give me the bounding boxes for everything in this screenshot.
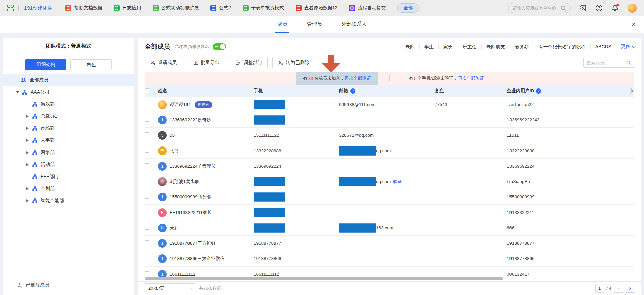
nav-app-tab[interactable]: 帮助文档数据 <box>65 5 102 11</box>
caret-icon[interactable] <box>26 199 32 202</box>
reverify-all-link[interactable]: 再次全部验证 <box>458 75 484 81</box>
uninvited-count: 33 <box>307 76 314 81</box>
sidebar-tree-item[interactable]: 智能产能部 <box>3 195 134 207</box>
nav-search-box[interactable] <box>508 3 571 13</box>
member-name: 茉莉 <box>170 225 179 231</box>
row-checkbox[interactable] <box>145 210 149 214</box>
page-size-select[interactable]: 20 条/页 <box>145 283 195 293</box>
row-checkbox[interactable] <box>145 179 149 183</box>
row-checkbox[interactable] <box>145 225 149 230</box>
redacted-phone <box>254 223 285 233</box>
sidebar-item-all-members[interactable]: 全部成员 <box>3 74 134 86</box>
help-icon[interactable] <box>595 4 603 12</box>
nav-app-tab[interactable]: 流程自动提交 <box>349 5 386 11</box>
role-tag[interactable]: 学生 <box>419 44 438 49</box>
member-search-input[interactable] <box>587 60 624 65</box>
nav-search-input[interactable] <box>513 6 558 11</box>
reinvite-all-link[interactable]: 再次全部邀请 <box>344 75 371 81</box>
row-checkbox[interactable] <box>145 256 149 260</box>
action-button[interactable]: 转为已删除 <box>272 57 315 68</box>
creator-badge: 创建者 <box>195 101 212 108</box>
notice-bar: 有 33 名成员未加入， 再次全部邀请 有 5 个手机/邮箱未验证， 再次全部验… <box>145 72 634 85</box>
uid-cell: 13322228888 <box>507 148 622 153</box>
row-checkbox[interactable] <box>145 102 149 106</box>
uid-cell: 1336969222243 <box>507 117 622 122</box>
sidebar-tree-item[interactable]: 企划部 <box>3 183 134 195</box>
role-tag[interactable]: 老师 <box>400 44 419 49</box>
current-page-box[interactable]: 1 <box>595 284 604 293</box>
close-icon[interactable]: × <box>632 20 636 28</box>
col-uid: 企业内用户ID? <box>507 88 622 94</box>
caret-icon[interactable] <box>26 163 32 166</box>
roles-button[interactable]: 角色 <box>70 59 112 70</box>
org-structure-button[interactable]: 组织架构 <box>25 59 66 70</box>
phone-cell: 13369692224 <box>254 164 339 169</box>
help-icon[interactable]: ? <box>350 88 355 94</box>
role-tag[interactable]: ABCDS <box>590 44 616 49</box>
row-checkbox[interactable] <box>145 271 149 276</box>
phone-cell: 19188778866 <box>254 256 339 261</box>
page-tab[interactable]: 外部联系人 <box>341 16 367 33</box>
user-avatar[interactable] <box>628 4 637 13</box>
workspace-name[interactable]: 191创建团队 <box>24 5 53 11</box>
page-tab[interactable]: 管理员 <box>307 16 322 33</box>
sidebar-tree-item[interactable]: 网络部 <box>3 146 134 159</box>
next-page-button[interactable]: › <box>626 284 634 293</box>
page-tab[interactable]: 成员 <box>277 16 287 33</box>
avatar: 1 <box>158 116 167 124</box>
row-checkbox[interactable] <box>145 240 149 245</box>
help-icon[interactable]: ? <box>536 88 541 94</box>
action-button[interactable]: 调整部门 <box>230 57 268 68</box>
members-header: 全部成员 允许成员修改姓名 开 老师学生家长班主任老师朋友教务处有一个很长名字的… <box>145 38 634 53</box>
role-tag[interactable]: 家长 <box>438 44 458 49</box>
role-tag[interactable]: 老师朋友 <box>481 44 510 49</box>
prev-page-button[interactable]: ‹ <box>614 284 623 293</box>
nav-app-tab[interactable]: 公式2 <box>210 5 231 11</box>
role-tag[interactable]: 班主任 <box>458 44 481 49</box>
more-roles-link[interactable]: 更多 <box>621 44 634 50</box>
sidebar-tree-item[interactable]: 游戏部 <box>3 98 134 110</box>
row-checkbox[interactable] <box>145 117 149 122</box>
column-settings-gear-icon[interactable] <box>629 88 634 94</box>
caret-icon[interactable] <box>26 151 32 154</box>
role-tag[interactable]: 教务处 <box>510 44 534 49</box>
all-apps-pill[interactable]: 全部 <box>397 3 419 13</box>
select-all-checkbox[interactable] <box>145 88 149 93</box>
sidebar-tree-item[interactable]: 市场部 <box>3 122 134 134</box>
sidebar-tree-item[interactable]: AAA公司 <box>3 86 134 98</box>
row-checkbox[interactable] <box>145 148 149 153</box>
sidebar-tree-item[interactable]: 人事部 <box>3 134 134 146</box>
caret-icon[interactable] <box>26 115 32 118</box>
name-cell: 1 13369692224子管理员 <box>158 162 254 171</box>
contacts-icon[interactable] <box>579 4 587 12</box>
row-checkbox[interactable] <box>145 132 149 137</box>
nav-app-tab[interactable]: 子表单拖拽模式 <box>243 5 284 11</box>
action-button[interactable]: 批量导出 <box>187 57 225 68</box>
caret-icon[interactable] <box>26 187 32 190</box>
sidebar-tree-item[interactable]: 活动部 <box>3 159 134 171</box>
sidebar-item-deleted-members[interactable]: 已删除成员 <box>3 279 134 291</box>
horizontal-scrollbar[interactable] <box>145 277 503 280</box>
nav-app-tab[interactable]: 公式联动功能扩展 <box>153 5 199 11</box>
role-tag[interactable]: 有一个很长名字的职称 <box>534 44 590 49</box>
table-header: 姓名 手机 邮箱? 备注 企业内用户ID? <box>145 85 634 97</box>
nav-app-tab[interactable]: 日志应用 <box>114 5 141 11</box>
apps-grid-icon[interactable] <box>7 5 14 11</box>
table-row: 刘翔波1离离职 qq.com验证 LiuXiangBo <box>145 174 634 189</box>
row-checkbox[interactable] <box>145 163 149 168</box>
phone-cell <box>254 223 339 233</box>
rename-toggle-switch[interactable]: 开 <box>213 43 226 50</box>
notification-dot <box>616 4 619 6</box>
caret-icon[interactable] <box>16 91 22 93</box>
caret-icon[interactable] <box>26 139 32 142</box>
bell-icon[interactable] <box>611 4 619 12</box>
nav-app-tab[interactable]: 查看原始数据12 <box>296 5 338 11</box>
caret-icon[interactable] <box>26 127 32 130</box>
sidebar-tree-item[interactable]: FFF部门 <box>3 171 134 183</box>
member-search-box[interactable] <box>583 58 634 68</box>
row-checkbox[interactable] <box>145 194 149 199</box>
verify-link[interactable]: 验证 <box>393 179 402 185</box>
sidebar-tree-item[interactable]: 总裁办1 <box>3 110 134 122</box>
action-button[interactable]: 邀请成员 <box>145 57 182 68</box>
app-icon <box>296 5 302 11</box>
